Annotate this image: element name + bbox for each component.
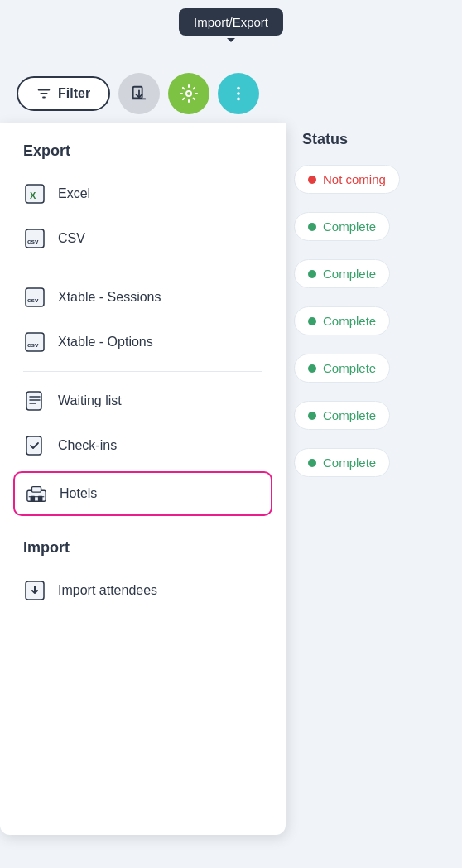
status-dot-green-2: [308, 270, 316, 278]
check-ins-icon: [23, 434, 46, 457]
status-label-complete-1: Complete: [323, 219, 376, 234]
status-dot-green-5: [308, 412, 316, 420]
menu-item-xtable-options[interactable]: csv Xtable - Options: [0, 320, 286, 364]
dropdown-panel: Export X Excel csv CSV: [0, 123, 286, 835]
status-label-complete-3: Complete: [323, 314, 376, 328]
divider-2: [23, 371, 262, 372]
menu-item-import-attendees[interactable]: Import attendees: [0, 568, 286, 613]
status-dot-red: [308, 176, 316, 184]
status-row-3: Complete: [294, 306, 454, 347]
csv-icon: csv: [23, 227, 46, 250]
status-label-complete-5: Complete: [323, 408, 376, 422]
status-row-2: Complete: [294, 259, 454, 300]
status-label-complete-2: Complete: [323, 267, 376, 281]
download-icon: [130, 84, 148, 103]
import-section-title: Import: [0, 526, 286, 568]
status-label-not-coming: Not coming: [323, 172, 386, 186]
xtable-sessions-icon: csv: [23, 286, 46, 309]
hotels-label: Hotels: [60, 486, 97, 501]
hotel-icon: [25, 482, 48, 505]
gear-icon: [179, 84, 199, 104]
import-attendees-icon: [23, 579, 46, 602]
import-export-button[interactable]: [118, 73, 160, 114]
svg-point-4: [237, 98, 240, 101]
status-column: Status Not coming Complete Complet: [286, 123, 462, 835]
filter-icon: [36, 86, 51, 101]
svg-rect-14: [26, 392, 41, 410]
status-dot-green-6: [308, 459, 316, 467]
svg-text:csv: csv: [27, 238, 39, 245]
more-options-button[interactable]: [218, 73, 259, 114]
svg-point-3: [237, 92, 240, 95]
waiting-list-icon: [23, 389, 46, 412]
status-row-5: Complete: [294, 401, 454, 441]
status-dot-green-1: [308, 223, 316, 231]
status-badge-complete-3: Complete: [294, 306, 390, 335]
check-ins-label: Check-ins: [58, 438, 117, 453]
menu-item-waiting-list[interactable]: Waiting list: [0, 379, 286, 423]
status-badge-complete-6: Complete: [294, 448, 390, 477]
svg-text:X: X: [30, 190, 36, 200]
menu-item-hotels[interactable]: Hotels: [13, 471, 272, 516]
status-row-1: Complete: [294, 212, 454, 253]
svg-text:csv: csv: [27, 341, 39, 349]
status-header: Status: [294, 123, 454, 165]
status-dot-green-4: [308, 364, 316, 373]
action-row: Import/Export Filter: [0, 23, 462, 123]
filter-label: Filter: [58, 86, 90, 101]
excel-icon: X: [23, 182, 46, 205]
status-dot-green-3: [308, 317, 316, 326]
status-badge-complete-2: Complete: [294, 259, 390, 288]
svg-point-2: [237, 87, 240, 90]
status-row-6: Complete: [294, 448, 454, 489]
status-badge-complete-4: Complete: [294, 354, 390, 383]
svg-text:csv: csv: [27, 297, 39, 304]
import-section: Import Import attendees: [0, 519, 286, 613]
csv-label: CSV: [58, 231, 85, 246]
filter-button[interactable]: Filter: [17, 76, 110, 111]
status-badge-complete-1: Complete: [294, 212, 390, 241]
xtable-sessions-label: Xtable - Sessions: [58, 290, 161, 305]
export-section-title: Export: [0, 142, 286, 171]
import-attendees-label: Import attendees: [58, 583, 157, 598]
waiting-list-label: Waiting list: [58, 393, 122, 408]
status-items: Not coming Complete Complete Co: [294, 165, 454, 495]
status-badge-complete-5: Complete: [294, 401, 390, 430]
menu-item-csv[interactable]: csv CSV: [0, 216, 286, 261]
svg-rect-20: [31, 487, 41, 493]
divider-1: [23, 268, 262, 268]
svg-point-1: [186, 91, 191, 96]
menu-item-check-ins[interactable]: Check-ins: [0, 423, 286, 468]
xtable-options-icon: csv: [23, 330, 46, 354]
excel-label: Excel: [58, 186, 90, 201]
main-content: Export X Excel csv CSV: [0, 123, 462, 835]
xtable-options-label: Xtable - Options: [58, 335, 153, 350]
status-badge-not-coming: Not coming: [294, 165, 400, 194]
menu-item-excel[interactable]: X Excel: [0, 171, 286, 216]
tooltip: Import/Export: [179, 8, 283, 36]
svg-rect-18: [26, 436, 41, 455]
menu-item-xtable-sessions[interactable]: csv Xtable - Sessions: [0, 275, 286, 320]
settings-button[interactable]: [168, 73, 209, 114]
more-icon: [229, 84, 248, 103]
status-label-complete-6: Complete: [323, 456, 376, 470]
status-label-complete-4: Complete: [323, 361, 376, 375]
status-row-4: Complete: [294, 354, 454, 394]
status-row-0: Not coming: [294, 165, 454, 205]
